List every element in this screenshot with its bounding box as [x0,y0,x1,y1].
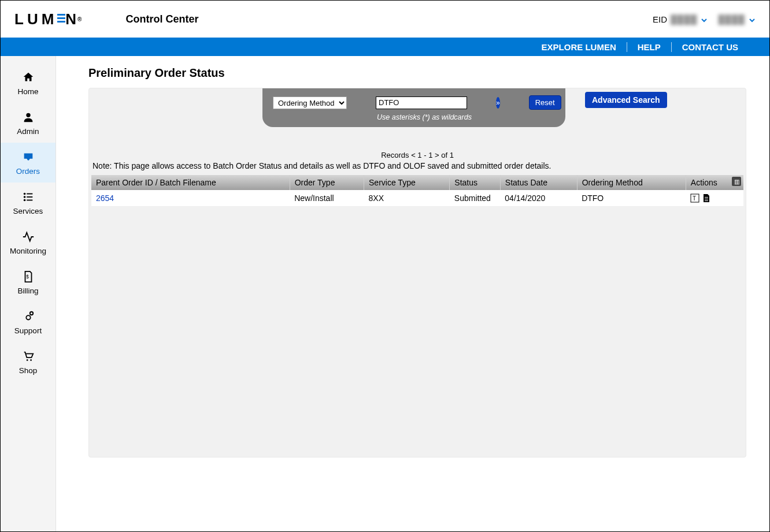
svg-text:$: $ [26,274,29,280]
svg-point-11 [30,359,32,361]
cell-service-type: 8XX [364,190,450,207]
svg-point-3 [23,196,25,198]
table-row: 2654 New/Install 8XX Submitted 04/14/202… [91,190,743,207]
advanced-search-button[interactable]: Advanced Search [585,92,667,108]
svg-rect-2 [27,194,32,195]
user-dropdown[interactable]: ████ [718,14,756,24]
inbox-icon [22,151,35,163]
sidebar-item-label: Admin [17,127,39,136]
svg-text:T: T [693,195,696,202]
username: ████ [718,14,745,24]
th-ordering-method[interactable]: Ordering Method [577,175,686,190]
order-link[interactable]: 2654 [96,194,114,203]
sidebar-item-admin[interactable]: Admin [1,103,55,143]
sidebar-item-support[interactable]: Support [1,302,55,342]
ordering-method-select[interactable]: Ordering Method [273,96,347,109]
list-icon [22,191,35,203]
column-chooser-icon[interactable]: ▥ [732,177,741,186]
svg-point-0 [26,113,30,117]
records-count: Records < 1 - 1 > of 1 [89,151,746,159]
svg-point-8 [26,315,30,319]
cell-status-date: 04/14/2020 [500,190,577,207]
svg-rect-16 [705,200,708,201]
cell-order-type: New/Install [290,190,364,207]
eid-label: EID [653,14,667,24]
th-service-type[interactable]: Service Type [364,175,450,190]
th-status-date[interactable]: Status Date [500,175,577,190]
cart-icon [22,350,35,363]
filter-bar: Ordering Method » Reset Use asterisks (*… [262,88,565,127]
sidebar-item-home[interactable]: Home [1,63,55,103]
sidebar-item-label: Billing [17,287,38,295]
svg-point-10 [26,359,28,361]
activity-icon [22,230,35,243]
th-actions: Actions ▥ [686,175,743,190]
svg-rect-4 [27,196,32,198]
nav-help[interactable]: HELP [627,42,671,52]
chevron-right-icon: » [496,99,500,107]
chevron-down-icon [701,16,708,23]
eid-dropdown[interactable]: EID ████ [653,14,708,24]
text-detail-icon[interactable]: T [690,194,699,203]
orders-table: Parent Order ID / Batch Filename Order T… [91,175,743,207]
gear-user-icon [22,310,35,323]
sidebar-item-label: Shop [19,366,38,375]
sidebar-item-monitoring[interactable]: Monitoring [1,222,55,262]
svg-rect-15 [705,199,708,199]
sidebar-item-billing[interactable]: $ Billing [1,262,55,302]
svg-rect-14 [705,197,708,198]
sidebar-item-shop[interactable]: Shop [1,342,55,382]
reset-button[interactable]: Reset [529,95,561,110]
cell-status: Submitted [450,190,500,207]
search-go-button[interactable]: » [496,97,500,109]
svg-point-1 [23,193,25,195]
sidebar-item-label: Orders [16,167,40,176]
page-title: Preliminary Order Status [88,66,746,80]
user-icon [22,111,35,124]
lumen-logo: LUMN® [14,10,85,28]
sidebar-item-orders[interactable]: Orders [1,143,55,183]
sidebar-item-label: Monitoring [10,247,46,255]
nav-explore[interactable]: EXPLORE LUMEN [531,42,627,52]
cell-ordering-method: DTFO [577,190,686,207]
content-card: Ordering Method » Reset Use asterisks (*… [88,88,746,457]
invoice-icon: $ [22,270,35,283]
svg-rect-6 [27,200,32,201]
sidebar-item-label: Services [13,207,43,215]
sidebar: Home Admin Orders Services Monitoring $ … [1,56,56,531]
page-note: Note: This page allows access to Batch O… [92,161,551,170]
sidebar-item-label: Support [14,326,42,335]
th-status[interactable]: Status [450,175,500,190]
eid-value: ████ [671,14,698,24]
th-order-type[interactable]: Order Type [290,175,364,190]
chevron-down-icon [749,16,756,23]
nav-contact[interactable]: CONTACT US [671,42,749,52]
home-icon [22,71,35,84]
svg-point-5 [23,199,25,202]
sidebar-item-label: Home [17,87,38,96]
search-input[interactable] [376,96,467,109]
document-icon[interactable] [702,194,711,203]
sidebar-item-services[interactable]: Services [1,183,55,222]
search-hint: Use asterisks (*) as wildcards [377,113,555,121]
app-title: Control Center [125,13,198,25]
th-parent[interactable]: Parent Order ID / Batch Filename [91,175,290,190]
